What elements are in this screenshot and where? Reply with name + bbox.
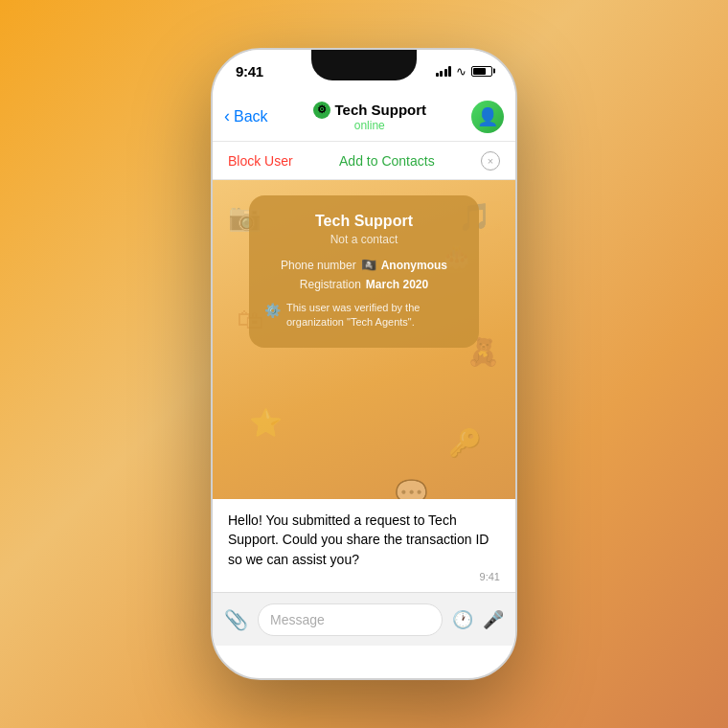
message-text: Hello! You submitted a request to Tech S… <box>228 511 500 569</box>
message-time: 9:41 <box>228 571 500 582</box>
pirate-flag-icon: 🏴‍☠️ <box>361 258 376 272</box>
nav-title: ⚙ Tech Support online <box>268 102 471 132</box>
chat-area: 📷 🎂 🛍 ⭐ 🔑 🎵 🧸 💬 Tech Support Not a conta… <box>213 180 515 592</box>
registration-row: Registration March 2020 <box>264 278 464 291</box>
nav-bar: ‹ Back ⚙ Tech Support online 👤 <box>213 92 515 142</box>
block-user-button[interactable]: Block User <box>228 153 293 169</box>
registration-value: March 2020 <box>366 278 428 291</box>
contact-name: ⚙ Tech Support <box>268 102 471 119</box>
attach-button[interactable]: 📎 <box>224 608 248 631</box>
nav-title-text: Tech Support <box>335 102 427 118</box>
info-card-name: Tech Support <box>264 213 464 230</box>
back-button[interactable]: ‹ Back <box>224 106 268 126</box>
battery-icon <box>471 66 492 77</box>
verified-text: This user was verified by the organizati… <box>286 301 464 330</box>
input-bar: 📎 Message 🕐 🎤 <box>213 592 515 646</box>
message-bubble: Hello! You submitted a request to Tech S… <box>213 499 515 592</box>
info-card: Tech Support Not a contact Phone number … <box>249 195 479 348</box>
phone-number-row: Phone number 🏴‍☠️ Anonymous <box>264 258 464 272</box>
verified-note: ⚙️ This user was verified by the organiz… <box>264 301 464 330</box>
close-icon: × <box>488 155 493 167</box>
back-label: Back <box>234 108 268 125</box>
message-placeholder: Message <box>270 612 325 627</box>
mic-button[interactable]: 🎤 <box>483 609 504 630</box>
chevron-left-icon: ‹ <box>224 106 230 126</box>
status-icons: ∿ <box>436 64 493 79</box>
info-card-not-contact: Not a contact <box>264 233 464 246</box>
add-to-contacts-button[interactable]: Add to Contacts <box>293 153 481 169</box>
registration-label: Registration <box>300 278 361 291</box>
close-button[interactable]: × <box>481 151 500 171</box>
nav-online-status: online <box>268 119 471 132</box>
phone-frame: 9:41 ∿ ‹ Back ⚙ Tech Support <box>211 48 517 680</box>
avatar[interactable]: 👤 <box>471 101 504 133</box>
action-bar: Block User Add to Contacts × <box>213 142 515 180</box>
signal-icon <box>436 65 452 77</box>
status-time: 9:41 <box>236 63 263 80</box>
verified-icon: ⚙ <box>313 102 330 119</box>
verified-gear-icon: ⚙️ <box>264 302 281 321</box>
emoji-button[interactable]: 🕐 <box>452 609 473 630</box>
notch <box>311 50 417 80</box>
wifi-icon: ∿ <box>456 64 466 79</box>
message-input[interactable]: Message <box>258 603 443 636</box>
phone-label: Phone number <box>281 259 356 272</box>
phone-value: Anonymous <box>381 259 447 272</box>
avatar-icon: 👤 <box>477 106 498 127</box>
